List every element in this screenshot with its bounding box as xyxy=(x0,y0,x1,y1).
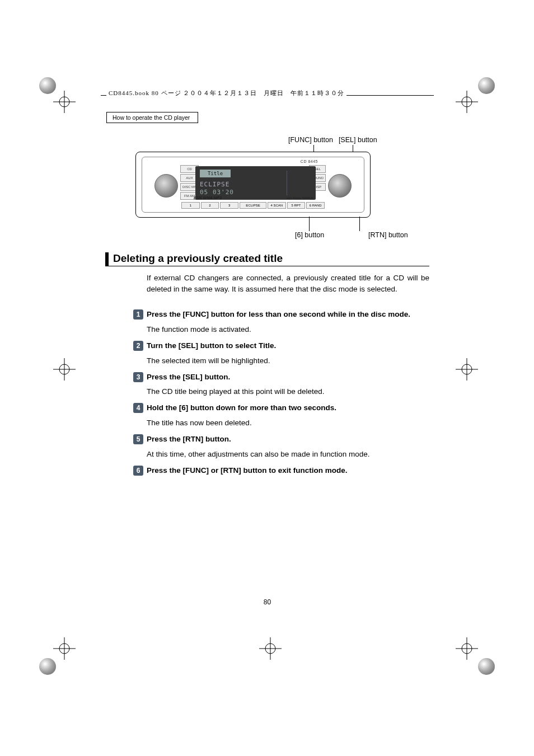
section-title-box: How to operate the CD player xyxy=(106,112,198,123)
step-title: Press the [SEL] button. xyxy=(147,372,429,383)
step-body: The function mode is activated. xyxy=(147,325,429,335)
radio-logos: HD Radio SIRIUS xyxy=(287,196,313,200)
display-info-icons xyxy=(287,171,312,195)
preset-3: 3 xyxy=(220,202,238,209)
page-number: 80 xyxy=(101,598,434,606)
step-number-badge: 6 xyxy=(133,466,143,476)
registration-mark xyxy=(456,358,478,381)
preset-2: 2 xyxy=(201,202,219,209)
steps-list: 1 Press the [FUNC] button for less than … xyxy=(147,309,429,481)
display-title-field: Title xyxy=(200,170,231,177)
registration-mark xyxy=(259,637,282,660)
bottom-button-row: 1 2 3 ECLIPSE 4 SCAN 5 RPT 6 RAND xyxy=(181,202,325,209)
page-content: CD8445.book 80 ページ ２００４年１２月１３日 月曜日 午前１１時… xyxy=(101,76,434,641)
step-body: The title has now been deleted. xyxy=(147,418,429,429)
step-title: Turn the [SEL] button to select Title. xyxy=(147,341,429,351)
display-time: 05 03'20 xyxy=(200,189,234,196)
crop-mark-bl xyxy=(39,658,56,675)
step-title: Press the [FUNC] or [RTN] button to exit… xyxy=(147,466,429,476)
esn-label: ESN WMA MP3 xyxy=(194,196,222,200)
preset-6-rand: 6 RAND xyxy=(306,202,325,209)
crop-mark-br xyxy=(478,658,495,675)
registration-mark xyxy=(53,637,76,660)
step-body: At this time, other adjustments can also… xyxy=(147,449,429,460)
step-4: 4 Hold the [6] button down for more than… xyxy=(147,403,429,429)
source-file-header: CD8445.book 80 ページ ２００４年１２月１３日 月曜日 午前１１時… xyxy=(106,89,346,97)
label-rtn-button: [RTN] button xyxy=(368,231,408,239)
section-heading: Deleting a previously created title xyxy=(105,252,429,266)
label-6-button: [6] button xyxy=(295,231,324,239)
registration-mark xyxy=(456,637,478,660)
preset-4-scan: 4 SCAN xyxy=(268,202,286,209)
preset-1: 1 xyxy=(181,202,200,209)
device-display: Title ECLIPSE 05 03'20 xyxy=(195,166,316,200)
step-number-badge: 1 xyxy=(133,309,143,320)
label-func-button: [FUNC] button xyxy=(288,136,333,144)
label-sel-button: [SEL] button xyxy=(339,136,377,144)
leader-line xyxy=(309,217,310,231)
step-number-badge: 5 xyxy=(133,434,143,444)
step-title: Hold the [6] button down for more than t… xyxy=(147,403,429,414)
heading-accent-bar xyxy=(105,252,109,266)
preset-5-rpt: 5 RPT xyxy=(287,202,306,209)
step-2: 2 Turn the [SEL] button to select Title.… xyxy=(147,341,429,367)
intro-paragraph: If external CD changers are connected, a… xyxy=(147,273,429,294)
registration-mark xyxy=(53,358,76,381)
display-brand: ECLIPSE xyxy=(200,181,229,188)
step-body: The selected item will be highlighted. xyxy=(147,356,429,367)
diagram-top-labels: [FUNC] button [SEL] button xyxy=(288,136,377,144)
device-diagram: CD 8445 CD AUX DISC MS FM AM SEL SOUND D… xyxy=(135,152,371,218)
step-6: 6 Press the [FUNC] or [RTN] button to ex… xyxy=(147,466,429,476)
step-number-badge: 3 xyxy=(133,372,143,382)
heading-underline xyxy=(105,266,429,266)
volume-knob-icon xyxy=(154,174,178,198)
registration-mark xyxy=(456,91,478,113)
step-1: 1 Press the [FUNC] button for less than … xyxy=(147,309,429,335)
step-number-badge: 4 xyxy=(133,403,143,413)
device-model-label: CD 8445 xyxy=(301,159,318,163)
step-3: 3 Press the [SEL] button. The CD title b… xyxy=(147,372,429,398)
heading-text: Deleting a previously created title xyxy=(113,252,283,266)
step-title: Press the [RTN] button. xyxy=(147,434,429,445)
step-5: 5 Press the [RTN] button. At this time, … xyxy=(147,434,429,460)
eclipse-logo: ECLIPSE xyxy=(240,202,266,209)
step-title: Press the [FUNC] button for less than on… xyxy=(147,309,429,320)
step-number-badge: 2 xyxy=(133,341,143,351)
leader-line xyxy=(359,217,360,231)
crop-mark-tr xyxy=(478,77,495,94)
step-body: The CD title being played at this point … xyxy=(147,387,429,397)
sel-knob-icon xyxy=(328,174,352,198)
registration-mark xyxy=(53,91,76,113)
